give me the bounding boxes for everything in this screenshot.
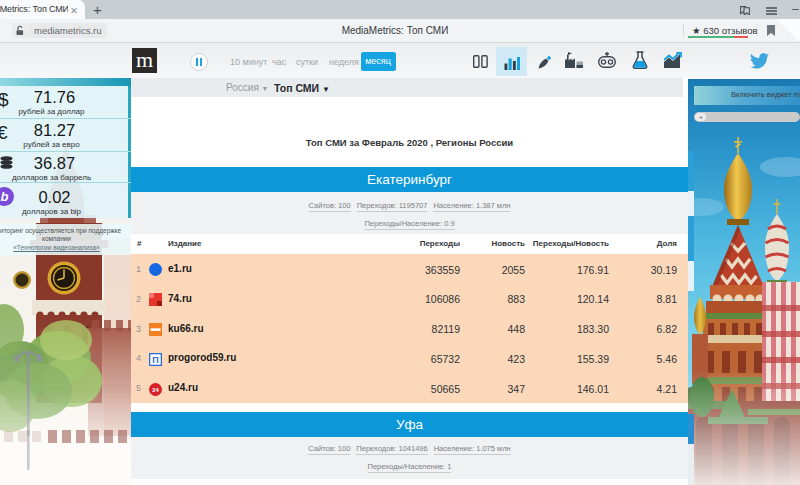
svg-text:24: 24 [152,387,159,393]
svg-text:П: П [152,355,158,365]
